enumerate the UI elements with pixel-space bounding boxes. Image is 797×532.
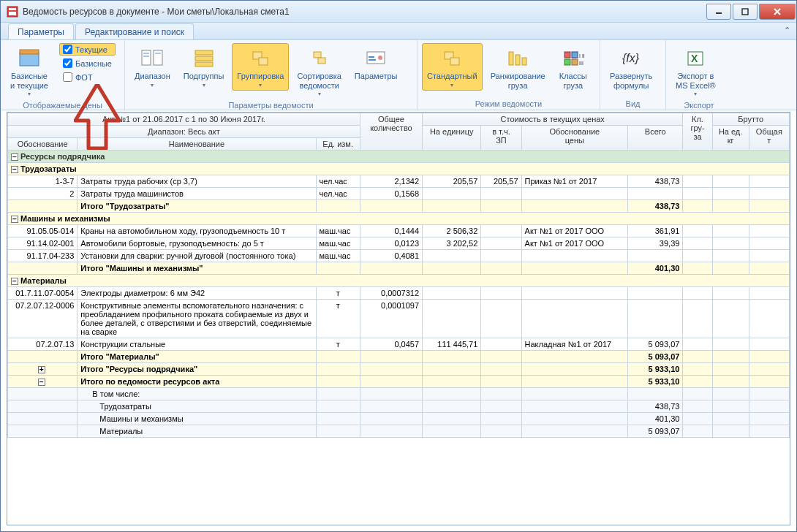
header-name: Наименование (78, 138, 316, 151)
svg-rect-15 (195, 56, 213, 61)
group-view-label: Вид (605, 98, 661, 110)
svg-rect-33 (572, 59, 578, 65)
svg-rect-9 (142, 50, 151, 65)
header-akt: Акт №1 от 21.06.2017 с 1 по 30 Июня 2017… (8, 113, 360, 126)
svg-text:III IV: III IV (579, 61, 585, 66)
svg-rect-32 (564, 59, 570, 65)
params-icon (364, 47, 388, 70)
svg-rect-29 (522, 58, 526, 65)
fx-icon: {fx} (619, 47, 643, 70)
grouping-icon (249, 47, 272, 70)
classes-button[interactable]: I IIIII IV Классы груза (554, 43, 593, 92)
header-klg: Кл. гру- за (683, 113, 712, 151)
minimize-button[interactable] (706, 4, 731, 20)
svg-rect-27 (509, 52, 513, 65)
svg-rect-26 (450, 58, 459, 65)
group-export-label: Экспорт (671, 99, 728, 111)
svg-rect-10 (154, 50, 162, 65)
chevron-down-icon: ▾ (203, 82, 205, 88)
svg-rect-16 (195, 62, 213, 66)
app-window: Ведомость ресурсов в документе - Мои сме… (0, 0, 797, 532)
group-vedomost-label: Параметры ведомости (129, 99, 412, 111)
params-button[interactable]: Параметры (350, 43, 403, 83)
svg-rect-1 (9, 8, 16, 10)
tab-params[interactable]: Параметры (8, 23, 74, 39)
group-mode-label: Режим ведомости (422, 98, 595, 110)
check-basic[interactable]: Базисные (59, 57, 116, 69)
tab-edit-search[interactable]: Редактирование и поиск (75, 23, 194, 39)
header-brutto: Брутто (712, 113, 789, 126)
collapse-icon[interactable]: − (38, 379, 45, 386)
svg-rect-19 (314, 52, 321, 58)
grid-area[interactable]: Акт №1 от 21.06.2017 с 1 по 30 Июня 2017… (7, 112, 790, 525)
chevron-down-icon: ▾ (694, 91, 697, 97)
header-obоsn: Обоснование (8, 138, 78, 151)
export-excel-button[interactable]: X Экспорт в MS Excel® ▾ (671, 43, 721, 99)
group-contractor[interactable]: −Ресурсы подрядчика (8, 151, 790, 163)
grouping-button[interactable]: Группировка ▾ (232, 43, 289, 91)
section-labor[interactable]: −Трудозатраты (8, 163, 790, 175)
chevron-down-icon: ▾ (318, 91, 321, 97)
check-fot[interactable]: ФОТ (59, 71, 116, 83)
group-prices-label: Отображаемые цены (5, 99, 120, 111)
chevron-down-icon: ▾ (151, 82, 154, 88)
close-button[interactable] (759, 4, 796, 20)
maximize-button[interactable] (733, 4, 758, 20)
chevron-down-icon: ▾ (28, 91, 31, 97)
chevron-down-icon: ▾ (259, 82, 262, 88)
expand-icon[interactable]: + (38, 366, 45, 373)
svg-rect-20 (318, 58, 325, 64)
classes-icon: I IIIII IV (562, 47, 585, 70)
svg-text:{fx}: {fx} (622, 52, 640, 64)
standard-icon (440, 47, 464, 70)
header-bt: Общая т (749, 126, 789, 151)
svg-rect-8 (20, 50, 39, 54)
header-unit: На единицу (423, 126, 481, 151)
svg-rect-14 (195, 50, 213, 55)
title-bar: Ведомость ресурсов в документе - Мои сме… (1, 1, 796, 23)
prices-icon (18, 47, 41, 70)
chevron-down-icon: ▾ (450, 82, 453, 88)
svg-text:X: X (691, 53, 698, 64)
sort-icon (308, 47, 331, 70)
svg-text:I II: I II (579, 53, 585, 58)
sort-button[interactable]: Сортировка ведомости ▾ (292, 43, 346, 99)
section-materials[interactable]: −Материалы (8, 275, 790, 287)
subgroups-button[interactable]: Подгруппы ▾ (178, 43, 230, 91)
svg-rect-31 (572, 52, 578, 58)
range-icon (140, 47, 164, 70)
svg-rect-23 (369, 59, 376, 61)
header-ed: Ед. изм. (316, 138, 360, 151)
subgroups-icon (192, 47, 216, 70)
check-current[interactable]: Текущие (59, 43, 116, 56)
svg-rect-22 (369, 56, 374, 58)
range-button[interactable]: Диапазон ▾ (129, 43, 175, 91)
app-icon (7, 6, 18, 18)
ribbon: Базисные и текущие ▾ Текущие Базисные ФО… (1, 40, 796, 110)
basic-current-button[interactable]: Базисные и текущие ▾ (5, 43, 53, 99)
header-zp: в т.ч. ЗП (481, 126, 521, 151)
window-title: Ведомость ресурсов в документе - Мои сме… (23, 7, 706, 17)
collapse-ribbon-icon[interactable]: ⌃ (784, 26, 790, 35)
header-range: Диапазон: Весь акт (8, 126, 360, 138)
svg-rect-28 (515, 55, 520, 65)
header-cost: Стоимость в текущих ценах (423, 113, 683, 126)
svg-point-24 (378, 56, 382, 60)
standard-button[interactable]: Стандартный ▾ (422, 43, 483, 91)
header-qty: Общее количество (360, 113, 422, 151)
excel-icon: X (684, 47, 707, 70)
svg-rect-7 (20, 53, 39, 66)
header-just: Обоснование цены (521, 126, 628, 151)
header-bed: На ед. кг (712, 126, 749, 151)
ranking-icon (506, 47, 529, 70)
expand-formulas-button[interactable]: {fx} Развернуть формулы (605, 43, 657, 92)
ranking-button[interactable]: Ранжирование груза (486, 43, 551, 92)
svg-rect-18 (259, 58, 268, 65)
section-machines[interactable]: −Машины и механизмы (8, 213, 790, 225)
ribbon-tabs: Параметры Редактирование и поиск ⌃ (1, 23, 796, 40)
svg-rect-30 (564, 52, 570, 58)
header-total: Всего (628, 126, 683, 151)
svg-rect-2 (9, 12, 16, 15)
svg-rect-4 (742, 9, 748, 15)
